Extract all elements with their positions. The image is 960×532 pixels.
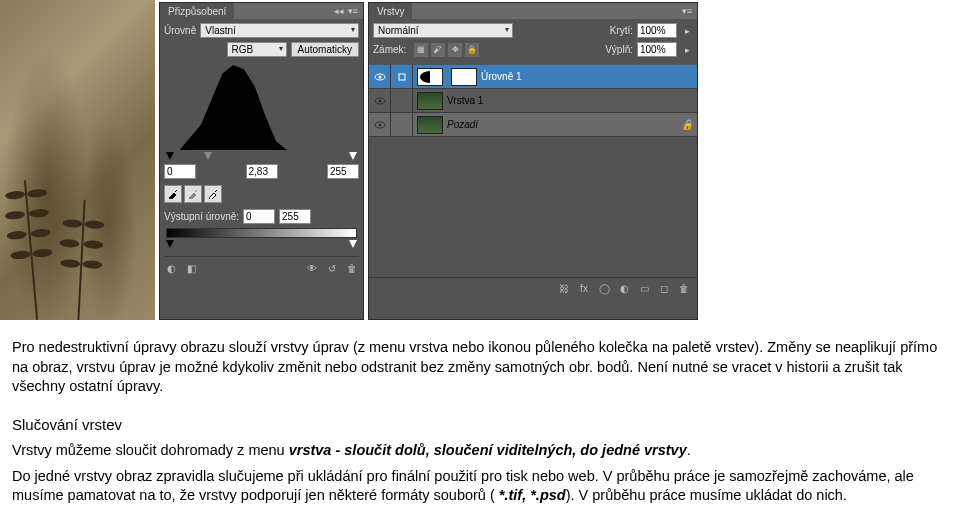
delete-adjustment-icon[interactable]: 🗑 — [345, 261, 359, 275]
adjustment-layer-icon[interactable]: ◐ — [617, 282, 631, 296]
lock-label: Zámek: — [373, 44, 406, 55]
fill-slider-icon[interactable]: ▸ — [681, 44, 693, 56]
svg-point-4 — [378, 99, 381, 102]
document-body-text: Pro nedestruktivní úpravy obrazu slouží … — [0, 320, 960, 532]
link-column[interactable] — [391, 113, 413, 136]
svg-point-6 — [378, 123, 381, 126]
layer-thumbnail[interactable] — [417, 92, 443, 110]
layer-row-background[interactable]: Pozadí 🔒 — [369, 113, 697, 137]
output-levels-slider[interactable] — [166, 240, 357, 250]
adjustments-tab[interactable]: Přizpůsobení — [160, 3, 234, 19]
output-black-field[interactable] — [243, 209, 275, 224]
input-black-field[interactable] — [164, 164, 196, 179]
new-layer-icon[interactable]: ◻ — [657, 282, 671, 296]
black-point-eyedropper[interactable] — [164, 185, 182, 203]
blend-mode-dropdown[interactable]: Normální — [373, 23, 513, 38]
paragraph-2: Vrstvy můžeme sloučit dohromady z menu v… — [12, 441, 948, 461]
section-heading: Slučování vrstev — [12, 415, 948, 435]
opacity-slider-icon[interactable]: ▸ — [681, 25, 693, 37]
delete-layer-icon[interactable]: 🗑 — [677, 282, 691, 296]
output-white-field[interactable] — [279, 209, 311, 224]
layers-tab[interactable]: Vrstvy — [369, 3, 412, 19]
output-levels-label: Výstupní úrovně: — [164, 211, 239, 222]
auto-button[interactable]: Automaticky — [291, 42, 359, 57]
layers-panel: Vrstvy ▾≡ Normální Krytí: ▸ Zámek: ▦ — [368, 2, 698, 320]
layer-row-vrstva1[interactable]: Vrstva 1 — [369, 89, 697, 113]
layer-row-levels[interactable]: Úrovně 1 — [369, 65, 697, 89]
collapse-icon[interactable]: ◂◂ — [333, 5, 345, 17]
adjustments-panel: Přizpůsobení ◂◂ ▾≡ Úrovně Vlastní RGB Au… — [159, 2, 364, 320]
mask-thumbnail[interactable] — [451, 68, 477, 86]
fill-field[interactable] — [637, 42, 677, 57]
input-levels-slider[interactable] — [166, 152, 357, 162]
visibility-toggle[interactable] — [369, 113, 391, 136]
layers-footer: ⛓ fx ◯ ◐ ▭ ◻ 🗑 — [369, 277, 697, 299]
opacity-field[interactable] — [637, 23, 677, 38]
adjustments-panel-header: Přizpůsobení ◂◂ ▾≡ — [160, 3, 363, 19]
paragraph-1: Pro nedestruktivní úpravy obrazu slouží … — [12, 338, 948, 397]
output-gradient[interactable] — [166, 228, 357, 238]
reset-icon[interactable]: ↺ — [325, 261, 339, 275]
layer-style-icon[interactable]: fx — [577, 282, 591, 296]
lock-pixels-icon[interactable]: 🖌 — [431, 43, 445, 57]
link-column[interactable] — [391, 89, 413, 112]
link-column[interactable] — [391, 65, 413, 88]
lock-all-icon[interactable]: 🔒 — [465, 43, 479, 57]
preset-label: Úrovně — [164, 25, 196, 36]
input-white-field[interactable] — [327, 164, 359, 179]
edited-photo-preview — [0, 0, 155, 320]
svg-rect-2 — [399, 74, 405, 80]
layer-name[interactable]: Vrstva 1 — [447, 95, 697, 106]
clip-icon[interactable]: ◧ — [184, 261, 198, 275]
channel-dropdown[interactable]: RGB — [227, 42, 287, 57]
white-point-eyedropper[interactable] — [204, 185, 222, 203]
background-lock-icon: 🔒 — [677, 119, 697, 130]
layer-name[interactable]: Úrovně 1 — [481, 71, 697, 82]
adjustment-icon[interactable]: ◐ — [164, 261, 178, 275]
view-previous-icon[interactable]: 👁 — [305, 261, 319, 275]
lock-transparent-icon[interactable]: ▦ — [414, 43, 428, 57]
fill-label: Výplň: — [605, 44, 633, 55]
visibility-toggle[interactable] — [369, 89, 391, 112]
layer-name[interactable]: Pozadí — [447, 119, 677, 130]
layers-panel-header: Vrstvy ▾≡ — [369, 3, 697, 19]
paragraph-3: Do jedné vrstvy obraz zpravidla slučujem… — [12, 467, 948, 506]
panel-menu-icon[interactable]: ▾≡ — [347, 5, 359, 17]
layer-thumbnail[interactable] — [417, 116, 443, 134]
gray-point-eyedropper[interactable] — [184, 185, 202, 203]
opacity-label: Krytí: — [610, 25, 633, 36]
preset-dropdown[interactable]: Vlastní — [200, 23, 359, 38]
histogram-display — [164, 65, 359, 150]
layer-mask-icon[interactable]: ◯ — [597, 282, 611, 296]
layer-group-icon[interactable]: ▭ — [637, 282, 651, 296]
panel-menu-icon[interactable]: ▾≡ — [681, 5, 693, 17]
visibility-toggle[interactable] — [369, 65, 391, 88]
input-gamma-field[interactable] — [246, 164, 278, 179]
svg-point-1 — [378, 75, 381, 78]
link-layers-icon[interactable]: ⛓ — [557, 282, 571, 296]
layers-list: Úrovně 1 Vrstva 1 Pozadí — [369, 65, 697, 277]
lock-position-icon[interactable]: ✥ — [448, 43, 462, 57]
adjustment-thumbnail[interactable] — [417, 68, 443, 86]
